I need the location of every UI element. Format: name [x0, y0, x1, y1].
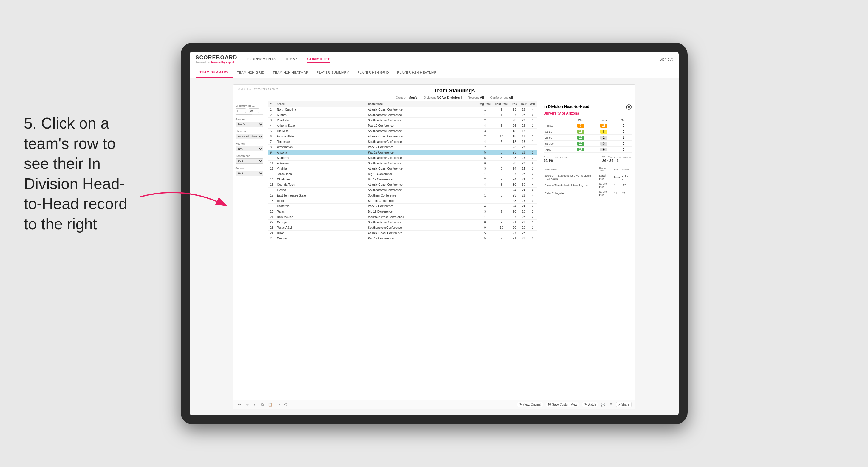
- watch-button[interactable]: 👁 Watch: [582, 402, 598, 407]
- view-original-button[interactable]: 👁 View: Original: [517, 402, 543, 407]
- cell-win: 3: [528, 198, 537, 204]
- cell-tour: 27: [519, 230, 528, 236]
- cell-reg-rank: 5: [477, 150, 493, 155]
- table-row[interactable]: 20 Texas Big 12 Conference 3 7 20 20 2: [268, 209, 537, 214]
- cell-reg-rank: 5: [477, 236, 493, 241]
- cell-school: Florida: [275, 188, 366, 193]
- cell-win: 1: [528, 128, 537, 134]
- cell-rds: 18: [510, 139, 519, 145]
- paste-icon[interactable]: 📋: [268, 402, 273, 407]
- cell-school: East Tennessee State: [275, 193, 366, 198]
- cell-win: 2: [528, 214, 537, 220]
- table-row[interactable]: 22 Georgia Southeastern Conference 8 7 2…: [268, 220, 537, 225]
- cell-win: 2: [528, 177, 537, 182]
- table-row[interactable]: 5 Ole Miss Southeastern Conference 3 6 1…: [268, 128, 537, 134]
- table-row[interactable]: 17 East Tennessee State Southern Confere…: [268, 193, 537, 198]
- save-custom-button[interactable]: 💾 Save Custom View: [546, 402, 579, 407]
- table-row[interactable]: 18 Illinois Big Ten Conference 1 9 23 23…: [268, 198, 537, 204]
- table-row[interactable]: 6 Florida State Atlantic Coast Conferenc…: [268, 134, 537, 139]
- cell-conf-rank: 6: [493, 139, 510, 145]
- table-row[interactable]: 15 Georgia Tech Atlantic Coast Conferenc…: [268, 182, 537, 188]
- table-row[interactable]: 24 Duke Atlantic Coast Conference 5 9 27…: [268, 230, 537, 236]
- sub-nav-team-h2h-heatmap[interactable]: TEAM H2H HEATMAP: [269, 67, 312, 78]
- scoreboard-title: Team Standings: [279, 88, 630, 94]
- sub-nav-player-summary[interactable]: PLAYER SUMMARY: [312, 67, 353, 78]
- h2h-row: >100 27 0 0: [544, 147, 631, 153]
- table-row[interactable]: 4 Arizona State Pac-12 Conference 4 5 26…: [268, 123, 537, 128]
- more-icon[interactable]: ⋯: [276, 402, 281, 407]
- table-row[interactable]: 11 Arkansas Southeastern Conference 6 8 …: [268, 161, 537, 166]
- table-row[interactable]: 25 Oregon Pac-12 Conference 5 7 21 21 0: [268, 236, 537, 241]
- sign-out-button[interactable]: Sign out: [657, 57, 673, 61]
- grid-icon[interactable]: ⊞: [608, 402, 614, 407]
- region-select[interactable]: N/A: [236, 146, 263, 152]
- table-row[interactable]: 14 Oklahoma Big 12 Conference 2 9 24 24 …: [268, 177, 537, 182]
- cell-tour: 26: [519, 123, 528, 128]
- copy-icon[interactable]: ⧉: [260, 402, 266, 407]
- powered-by: Powered by Powered by clippd: [196, 61, 237, 64]
- sub-nav-player-h2h-heatmap[interactable]: PLAYER H2H HEATMAP: [393, 67, 441, 78]
- cell-rds: 26: [510, 123, 519, 128]
- cell-school: Virginia: [275, 166, 366, 172]
- nav-item-committee[interactable]: COMMITTEE: [307, 56, 330, 63]
- cell-conf-rank: 8: [493, 118, 510, 123]
- division-select[interactable]: NCAA Division I: [236, 134, 263, 139]
- table-row[interactable]: 13 Texas Tech Big 12 Conference 1 9 27 2…: [268, 172, 537, 177]
- rounds-slider[interactable]: [236, 114, 263, 115]
- school-select[interactable]: (All): [236, 170, 263, 176]
- cell-reg-rank: 3: [477, 166, 493, 172]
- clock-icon[interactable]: ⏱: [283, 402, 289, 407]
- table-row[interactable]: 12 Virginia Atlantic Coast Conference 3 …: [268, 166, 537, 172]
- table-row[interactable]: 3 Vanderbilt Southeastern Conference 2 8…: [268, 118, 537, 123]
- table-row[interactable]: 7 Tennessee Southeastern Conference 4 6 …: [268, 139, 537, 145]
- nav-item-teams[interactable]: TEAMS: [285, 56, 299, 63]
- close-button[interactable]: ✕: [626, 104, 631, 110]
- min-rounds-input[interactable]: [236, 108, 246, 113]
- table-row[interactable]: 8 Washington Pac-12 Conference 2 8 23 23…: [268, 145, 537, 150]
- sub-nav-player-h2h-grid[interactable]: PLAYER H2H GRID: [353, 67, 393, 78]
- cell-rank: 15: [268, 182, 275, 188]
- conference-select[interactable]: (All): [236, 158, 263, 164]
- cell-school: Arkansas: [275, 161, 366, 166]
- share-button[interactable]: ↗ Share: [616, 402, 631, 407]
- max-rounds-input[interactable]: [249, 108, 259, 113]
- sub-nav-team-h2h-grid[interactable]: TEAM H2H GRID: [232, 67, 269, 78]
- cell-rank: 5: [268, 128, 275, 134]
- cell-rank: 8: [268, 145, 275, 150]
- table-row[interactable]: 1 North Carolina Atlantic Coast Conferen…: [268, 107, 537, 113]
- cell-rank: 10: [268, 155, 275, 161]
- table-row[interactable]: 16 Florida Southeastern Conference 7 9 2…: [268, 188, 537, 193]
- cell-conf-rank: 9: [493, 198, 510, 204]
- table-row[interactable]: 23 Texas A&M Southeastern Conference 9 1…: [268, 225, 537, 230]
- table-row[interactable]: 2 Auburn Southeastern Conference 1 1 27 …: [268, 113, 537, 118]
- redo-icon[interactable]: ↪: [245, 402, 250, 407]
- sub-nav-team-summary[interactable]: TEAM SUMMARY: [196, 67, 233, 78]
- cell-rank: 21: [268, 214, 275, 220]
- comment-icon[interactable]: 💬: [600, 402, 606, 407]
- table-row[interactable]: 9 Arizona Pac-12 Conference 5 8 23 23 2: [268, 150, 537, 155]
- scoreboard-container: Update time: 27/03/2024 16:56:26 Team St…: [233, 84, 636, 409]
- scoreboard-filters: Gender: Men's Division: NCAA Division I …: [279, 96, 630, 99]
- step-back-icon[interactable]: ⟨: [252, 402, 258, 407]
- cell-conference: Atlantic Coast Conference: [366, 134, 477, 139]
- tournament-table: Tournament Event Type Pos Score Jackson …: [544, 166, 631, 197]
- table-row[interactable]: 10 Alabama Southeastern Conference 5 8 2…: [268, 155, 537, 161]
- nav-item-tournaments[interactable]: TOURNAMENTS: [246, 56, 276, 63]
- cell-conf-rank: 8: [493, 155, 510, 161]
- table-row[interactable]: 21 New Mexico Mountain West Conference 1…: [268, 214, 537, 220]
- cell-win: 4: [528, 182, 537, 188]
- table-row[interactable]: 19 California Pac-12 Conference 4 8 24 2…: [268, 204, 537, 209]
- col-conf-rank: Conf Rank: [493, 101, 510, 107]
- col-rank: #: [268, 101, 275, 107]
- cell-reg-rank: 2: [477, 145, 493, 150]
- cell-tour: 27: [519, 113, 528, 118]
- scoreboard-body: Minimum Rou... - Gender Men's: [233, 101, 635, 400]
- cell-conf-rank: 10: [493, 134, 510, 139]
- cell-rds: 20: [510, 209, 519, 214]
- undo-icon[interactable]: ↩: [237, 402, 242, 407]
- cell-rank: 11: [268, 161, 275, 166]
- gender-select[interactable]: Men's: [236, 122, 263, 127]
- col-conference: Conference: [366, 101, 477, 107]
- tournament-row: Cabo Collegiate Stroke Play 11 17: [544, 189, 631, 197]
- cell-conference: Atlantic Coast Conference: [366, 182, 477, 188]
